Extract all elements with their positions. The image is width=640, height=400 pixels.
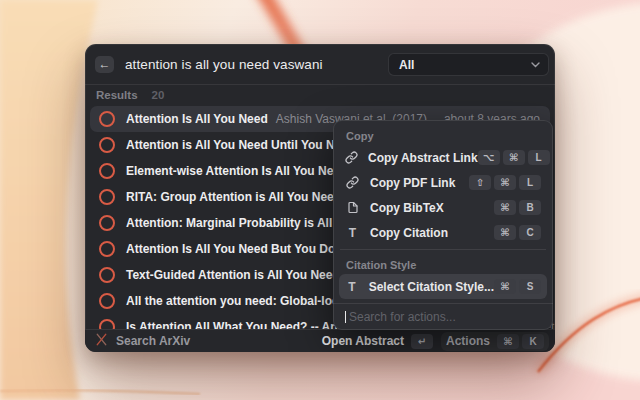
result-title: Attention Is All You Need <box>126 112 268 126</box>
file-icon <box>345 201 360 214</box>
menu-item[interactable]: T Copy Citation ⌘C <box>339 220 547 245</box>
results-count: 20 <box>152 89 165 101</box>
shortcut-keys: ⌘B <box>494 200 541 215</box>
shortcut-keys: ⌘S <box>494 279 541 294</box>
arxiv-ring-icon <box>99 163 115 179</box>
shortcut-keys: ⌥⌘L <box>478 150 550 165</box>
actions-search[interactable]: Search for actions... <box>333 303 553 330</box>
menu-section-header: Copy <box>339 125 547 145</box>
text-caret <box>345 311 346 323</box>
chevron-down-icon <box>531 62 540 68</box>
arxiv-logo-icon <box>95 332 108 350</box>
menu-section-header: Citation Style <box>339 254 547 274</box>
open-abstract-label: Open Abstract <box>322 334 404 348</box>
search-bar: ← attention is all you need vaswani All <box>85 44 555 85</box>
menu-item[interactable]: Copy Abstract Link ⌥⌘L <box>339 145 547 170</box>
arxiv-ring-icon <box>99 111 115 127</box>
key-badge: ⌥ <box>478 150 500 165</box>
open-abstract-keys: ↵ <box>411 334 433 349</box>
key-badge: B <box>519 200 541 215</box>
filter-dropdown[interactable]: All <box>388 53 549 76</box>
arxiv-ring-icon <box>99 137 115 153</box>
key-badge: ⌘ <box>494 175 516 190</box>
arxiv-ring-icon <box>99 215 115 231</box>
key-badge: ↵ <box>411 334 433 349</box>
menu-divider <box>340 249 546 250</box>
text-icon: T <box>345 280 359 294</box>
key-badge: L <box>528 150 550 165</box>
launcher-window: ← attention is all you need vaswani All … <box>85 44 555 352</box>
key-badge: C <box>519 225 541 240</box>
link-icon <box>345 176 360 189</box>
actions-menu: Copy Copy Abstract Link ⌥⌘L Copy PDF Lin… <box>333 120 553 303</box>
key-badge: ⌘ <box>494 200 516 215</box>
desktop: ← attention is all you need vaswani All … <box>0 0 640 400</box>
results-label: Results <box>96 89 138 101</box>
app-label: Search ArXiv <box>116 334 190 348</box>
app-chip: Search ArXiv <box>95 332 190 350</box>
actions-button[interactable]: Actions ⌘K <box>441 332 549 351</box>
menu-item[interactable]: Copy BibTeX ⌘B <box>339 195 547 220</box>
actions-search-placeholder: Search for actions... <box>349 310 456 324</box>
arxiv-ring-icon <box>99 189 115 205</box>
key-badge: ⌘ <box>503 150 525 165</box>
key-badge: L <box>519 175 541 190</box>
arxiv-ring-icon <box>99 241 115 257</box>
shortcut-keys: ⌘C <box>494 225 541 240</box>
menu-item[interactable]: Copy PDF Link ⇧⌘L <box>339 170 547 195</box>
result-title: Element-wise Attention Is All You Need <box>126 164 347 178</box>
back-arrow-icon: ← <box>99 57 111 71</box>
results-header: Results 20 <box>85 84 555 106</box>
key-badge: ⌘ <box>494 225 516 240</box>
actions-popup: Copy Copy Abstract Link ⌥⌘L Copy PDF Lin… <box>333 120 553 330</box>
menu-item[interactable]: T Select Citation Style... ⌘S <box>339 274 547 299</box>
shortcut-keys: ⇧⌘L <box>469 175 541 190</box>
link-icon <box>345 151 358 164</box>
filter-dropdown-value: All <box>399 58 414 72</box>
key-badge: S <box>519 279 541 294</box>
arxiv-ring-icon <box>99 267 115 283</box>
actions-keys: ⌘K <box>497 334 544 349</box>
open-abstract-button[interactable]: Open Abstract ↵ <box>322 334 433 349</box>
arxiv-ring-icon <box>99 293 115 309</box>
key-badge: ⇧ <box>469 175 491 190</box>
key-badge: ⌘ <box>497 334 519 349</box>
text-icon: T <box>345 226 360 240</box>
status-bar: Search ArXiv Open Abstract ↵ Actions ⌘K <box>85 329 555 352</box>
actions-label: Actions <box>446 334 490 348</box>
back-button[interactable]: ← <box>95 56 114 73</box>
key-badge: K <box>522 334 544 349</box>
key-badge: ⌘ <box>494 279 516 294</box>
